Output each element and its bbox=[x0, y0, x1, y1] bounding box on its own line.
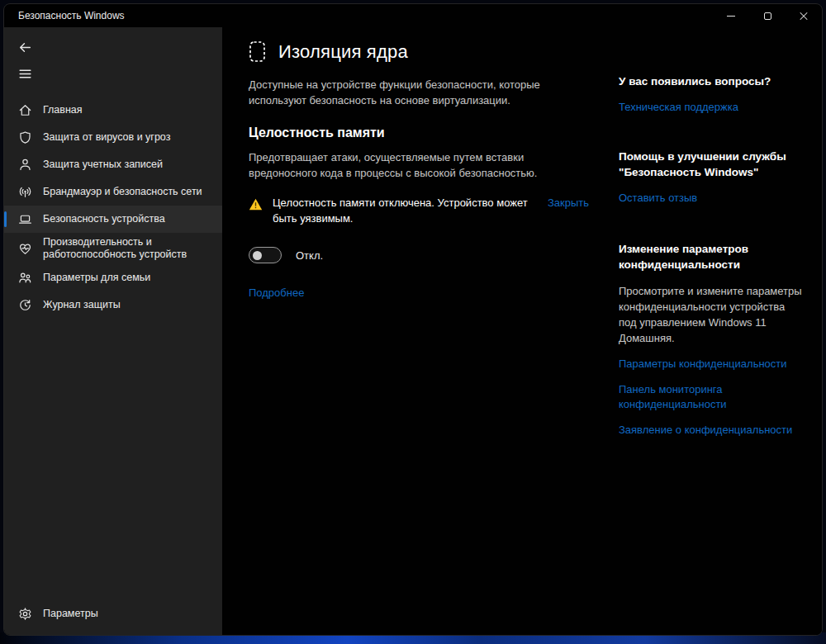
sidebar-item-label: Журнал защиты bbox=[43, 299, 121, 311]
privacy-statement-link[interactable]: Заявление о конфиденциальности bbox=[619, 423, 796, 438]
sidebar-item-firewall-network[interactable]: Брандмауэр и безопасность сети bbox=[4, 178, 222, 206]
memory-integrity-toggle[interactable] bbox=[249, 247, 282, 263]
memory-integrity-heading: Целостность памяти bbox=[249, 125, 589, 140]
menu-button[interactable] bbox=[11, 60, 39, 87]
close-icon bbox=[799, 11, 809, 21]
titlebar: Безопасность Windows bbox=[4, 4, 822, 27]
windows-security-window: Безопасность Windows Главная bbox=[3, 3, 823, 636]
warning-banner: Целостность памяти отключена. Устройство… bbox=[249, 195, 589, 226]
minimize-button[interactable] bbox=[713, 4, 749, 27]
network-signal-icon bbox=[18, 185, 32, 199]
person-icon bbox=[18, 158, 32, 172]
sidebar: Главная Защита от вирусов и угроз Защита… bbox=[4, 27, 222, 635]
sidebar-item-label: Защита от вирусов и угроз bbox=[43, 131, 170, 144]
sidebar-item-protection-history[interactable]: Журнал защиты bbox=[4, 291, 222, 319]
page-title: Изоляция ядра bbox=[278, 41, 408, 63]
aside-heading-questions: У вас появились вопросы? bbox=[619, 73, 820, 89]
heart-pulse-icon bbox=[18, 242, 32, 256]
memory-integrity-description: Предотвращает атаки, осуществляемые путе… bbox=[249, 149, 589, 181]
warning-text: Целостность памяти отключена. Устройство… bbox=[273, 195, 534, 226]
minimize-icon bbox=[727, 16, 735, 17]
warning-icon bbox=[249, 198, 263, 214]
tech-support-link[interactable]: Техническая поддержка bbox=[619, 100, 796, 115]
sidebar-item-label: Параметры для семьи bbox=[43, 272, 150, 284]
laptop-icon bbox=[18, 212, 32, 226]
leave-feedback-link[interactable]: Оставить отзыв bbox=[619, 191, 796, 206]
hamburger-icon bbox=[18, 67, 32, 81]
sidebar-settings[interactable]: Параметры bbox=[4, 599, 222, 628]
history-clock-icon bbox=[18, 298, 32, 312]
back-arrow-icon bbox=[18, 40, 32, 54]
sidebar-item-home[interactable]: Главная bbox=[4, 97, 222, 124]
sidebar-item-device-performance[interactable]: Производительность и работоспособность у… bbox=[4, 233, 222, 264]
back-button[interactable] bbox=[11, 34, 39, 60]
aside-heading-privacy: Изменение параметров конфиденциальности bbox=[619, 241, 820, 272]
sidebar-item-label: Безопасность устройства bbox=[43, 213, 165, 225]
close-button[interactable] bbox=[786, 4, 822, 27]
privacy-description: Просмотрите и измените параметры конфиде… bbox=[619, 283, 805, 346]
core-isolation-icon bbox=[249, 40, 266, 63]
dismiss-link[interactable]: Закрыть bbox=[548, 195, 589, 211]
privacy-settings-link[interactable]: Параметры конфиденциальности bbox=[619, 357, 796, 372]
aside-feedback-section: Помощь в улучшении службы "Безопасность … bbox=[619, 149, 820, 206]
sidebar-item-virus-threat[interactable]: Защита от вирусов и угроз bbox=[4, 124, 222, 151]
aside-heading-feedback: Помощь в улучшении службы "Безопасность … bbox=[619, 149, 820, 180]
aside-privacy-section: Изменение параметров конфиденциальности … bbox=[619, 241, 820, 438]
settings-label: Параметры bbox=[43, 608, 98, 619]
gear-icon bbox=[18, 607, 32, 621]
learn-more-link[interactable]: Подробнее bbox=[249, 286, 304, 299]
shield-icon bbox=[18, 130, 32, 144]
toggle-knob bbox=[253, 251, 262, 260]
sidebar-item-family-options[interactable]: Параметры для семьи bbox=[4, 264, 222, 291]
window-title: Безопасность Windows bbox=[4, 10, 125, 21]
toggle-state-label: Откл. bbox=[296, 249, 323, 262]
family-icon bbox=[18, 271, 32, 285]
maximize-button[interactable] bbox=[749, 4, 786, 27]
maximize-icon bbox=[764, 12, 771, 20]
home-icon bbox=[18, 103, 32, 117]
aside-questions-section: У вас появились вопросы? Техническая под… bbox=[619, 73, 820, 115]
main-content: Изоляция ядра Доступные на устройстве фу… bbox=[222, 27, 822, 635]
sidebar-item-label: Главная bbox=[43, 104, 83, 116]
sidebar-nav: Главная Защита от вирусов и угроз Защита… bbox=[4, 97, 222, 319]
page-description: Доступные на устройстве функции безопасн… bbox=[249, 77, 589, 108]
sidebar-item-label: Защита учетных записей bbox=[43, 159, 163, 171]
sidebar-item-label: Брандмауэр и безопасность сети bbox=[43, 186, 202, 198]
sidebar-item-account-protection[interactable]: Защита учетных записей bbox=[4, 151, 222, 178]
sidebar-item-device-security[interactable]: Безопасность устройства bbox=[4, 206, 222, 233]
aside-panel: У вас появились вопросы? Техническая под… bbox=[619, 27, 820, 635]
privacy-dashboard-link[interactable]: Панель мониторинга конфиденциальности bbox=[619, 382, 796, 412]
sidebar-item-label: Производительность и работоспособность у… bbox=[43, 236, 212, 261]
